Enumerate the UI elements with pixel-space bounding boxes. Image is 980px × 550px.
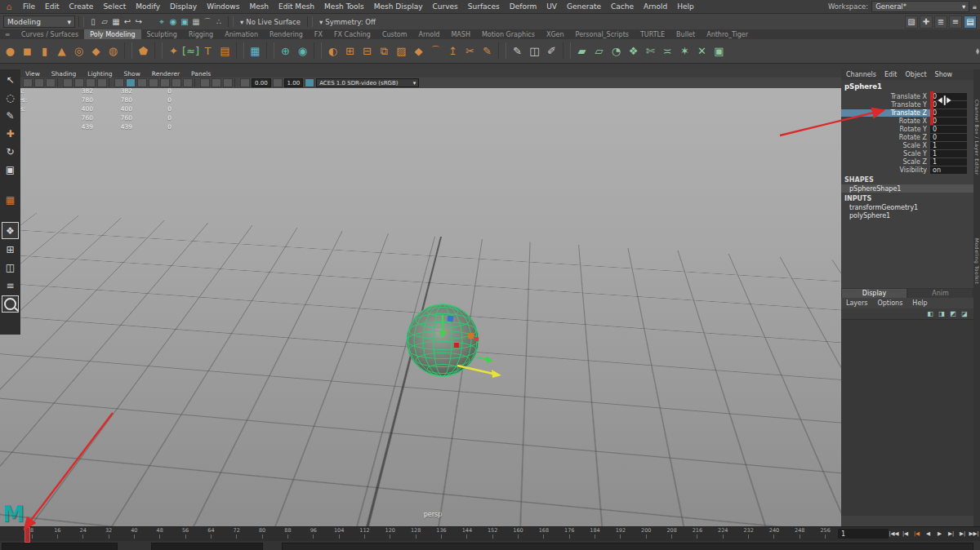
planar-map-icon[interactable]: ▰ xyxy=(573,42,590,60)
sweep-mesh-icon[interactable]: ✦ xyxy=(165,42,182,60)
channel-box-menu-item[interactable]: Channels xyxy=(846,71,876,78)
psphere-object[interactable] xyxy=(399,295,513,393)
shelf-tab[interactable]: Bullet xyxy=(670,29,701,39)
poly-disc-icon[interactable]: ◍ xyxy=(105,42,122,60)
layer-editor-tab[interactable]: Anim xyxy=(908,289,973,298)
layer-menu-item[interactable]: Layers xyxy=(846,299,867,307)
animation-start-field[interactable] xyxy=(2,543,118,550)
shelf-tab[interactable]: Rigging xyxy=(183,29,219,39)
gamma-icon[interactable] xyxy=(273,78,283,87)
select-object-icon[interactable]: ◉ xyxy=(167,16,179,28)
poly-torus-icon[interactable]: ◎ xyxy=(70,42,87,60)
poly-cylinder-icon[interactable]: ▮ xyxy=(36,42,53,60)
mirror-icon[interactable]: ◐ xyxy=(324,42,341,60)
rotate-tool[interactable]: ↻ xyxy=(2,144,18,159)
workspace-dropdown[interactable]: General* ▾ xyxy=(871,1,969,12)
bookmark-icon[interactable] xyxy=(34,78,44,87)
mash-network-icon[interactable]: ▦ xyxy=(247,42,264,60)
type-text-icon[interactable]: T xyxy=(199,42,216,60)
extract-icon[interactable]: ⧉ xyxy=(376,42,393,60)
frame-tick[interactable]: 192 xyxy=(613,527,628,541)
humanik-toggle-icon[interactable]: ✚ xyxy=(920,16,933,29)
dof-icon[interactable] xyxy=(183,78,193,87)
channel-row[interactable]: Visibilityon xyxy=(841,166,973,174)
shelf-menu-icon[interactable]: ≡ xyxy=(0,31,15,38)
play-forwards-button[interactable]: ▶ xyxy=(934,528,945,539)
automatic-map-icon[interactable]: ❖ xyxy=(625,42,642,60)
cylindrical-map-icon[interactable]: ▱ xyxy=(590,42,608,60)
quad-draw-icon[interactable]: ✎ xyxy=(479,42,496,60)
combine-icon[interactable]: ⊞ xyxy=(341,42,359,60)
multi-cut-icon[interactable]: ✂ xyxy=(461,42,479,60)
select-component-icon[interactable]: ▣ xyxy=(179,16,190,28)
channel-row[interactable]: Rotate X0 xyxy=(841,117,973,125)
menu-item[interactable]: Display xyxy=(165,2,202,11)
channel-row[interactable]: Translate X0 xyxy=(841,92,973,100)
frame-tick[interactable]: 40 xyxy=(127,527,141,541)
layer-create-selected-icon[interactable]: ◨ xyxy=(938,310,946,317)
platonic-solid-icon[interactable]: ⬟ xyxy=(135,42,152,60)
snap-curve-icon[interactable]: ⌒ xyxy=(202,16,213,28)
menu-item[interactable]: Select xyxy=(98,2,131,11)
play-backwards-button[interactable]: ◀ xyxy=(923,528,933,539)
step-back-key-button[interactable]: |◀ xyxy=(900,528,911,539)
channel-row[interactable]: Scale Y1 xyxy=(841,149,973,157)
frame-tick[interactable]: 128 xyxy=(408,527,423,541)
modeling-toolkit-icon[interactable]: ▦ xyxy=(2,192,18,207)
exposure-field[interactable]: 0.00 xyxy=(252,78,271,87)
frame-tick[interactable]: 88 xyxy=(280,527,295,541)
construction-plane-icon[interactable]: ⊕ xyxy=(277,42,294,60)
layout-outliner[interactable]: ≡ xyxy=(2,277,18,293)
frame-tick[interactable]: 48 xyxy=(153,527,167,541)
frame-tick[interactable]: 112 xyxy=(357,527,372,541)
undo-icon[interactable]: ↩ xyxy=(122,16,133,28)
frame-tick[interactable]: 184 xyxy=(588,527,603,541)
channel-row[interactable]: Rotate Y0 xyxy=(841,125,973,133)
type-tool-icon[interactable]: [≈] xyxy=(182,42,199,60)
gamma-field[interactable]: 1.00 xyxy=(284,78,304,87)
frame-tick[interactable]: 32 xyxy=(101,527,116,541)
frame-tick[interactable]: 216 xyxy=(690,527,705,541)
maya-home-icon[interactable]: ⌂ xyxy=(2,1,16,12)
motion-blur-icon[interactable] xyxy=(160,78,170,87)
shelf-tab[interactable]: FX xyxy=(309,29,328,39)
image-plane-icon[interactable] xyxy=(46,78,56,87)
view-transform-dropdown[interactable]: ACES 1.0 SDR-video (sRGB) ▾ xyxy=(316,78,419,87)
save-scene-icon[interactable]: ▦ xyxy=(110,16,122,28)
modeling-toolkit-toggle-icon[interactable]: ▨ xyxy=(905,16,918,29)
layer-editor-tab[interactable]: Display xyxy=(842,289,906,298)
bevel-icon[interactable]: ◆ xyxy=(410,42,427,60)
zoom-tool[interactable] xyxy=(2,295,19,313)
select-hierarchy-icon[interactable]: ⌖ xyxy=(156,16,167,28)
isolate-select-icon[interactable] xyxy=(200,78,210,87)
playhead[interactable] xyxy=(24,527,30,543)
extrude-icon[interactable]: ↥ xyxy=(444,42,461,60)
live-surface-dropdown[interactable]: ▾ No Live Surface xyxy=(237,18,304,26)
layer-empty-icon[interactable]: ◪ xyxy=(960,310,969,317)
joints-xray-icon[interactable] xyxy=(223,78,233,87)
go-to-start-button[interactable]: |◀◀ xyxy=(889,528,899,539)
object-name[interactable]: pSphere1 xyxy=(841,80,973,92)
frame-tick[interactable]: 208 xyxy=(665,527,679,541)
range-slider[interactable] xyxy=(282,543,973,550)
channel-box-vertical-tab[interactable]: Channel Box / Layer Editor xyxy=(973,76,980,198)
frame-tick[interactable]: 96 xyxy=(306,527,321,541)
go-to-end-button[interactable]: ▶▶| xyxy=(969,528,979,539)
step-back-frame-button[interactable]: |◀ xyxy=(911,528,922,539)
color-management-icon[interactable] xyxy=(305,78,314,87)
shelf-overflow-icon[interactable]: ▴▾ xyxy=(976,48,980,55)
frame-tick[interactable]: 136 xyxy=(434,527,449,541)
lattice-icon[interactable]: ◉ xyxy=(294,42,311,60)
channel-box-menu-item[interactable]: Edit xyxy=(884,71,898,78)
menu-item[interactable]: Arnold xyxy=(639,2,672,11)
channel-box-menu-item[interactable]: Object xyxy=(906,71,927,78)
textured-icon[interactable] xyxy=(86,78,96,87)
tool-settings-toggle-icon[interactable]: ≡ xyxy=(949,16,962,29)
attribute-editor-toggle-icon[interactable]: ≣ xyxy=(934,16,947,29)
shelf-tab[interactable]: Custom xyxy=(376,29,413,39)
shelf-tab[interactable]: Anthro_Tiger xyxy=(701,29,754,39)
spherical-map-icon[interactable]: ◔ xyxy=(608,42,625,60)
wireframe-icon[interactable] xyxy=(63,78,73,87)
frame-tick[interactable]: 168 xyxy=(537,527,551,541)
menu-set-dropdown[interactable]: Modeling ▾ xyxy=(3,16,75,28)
